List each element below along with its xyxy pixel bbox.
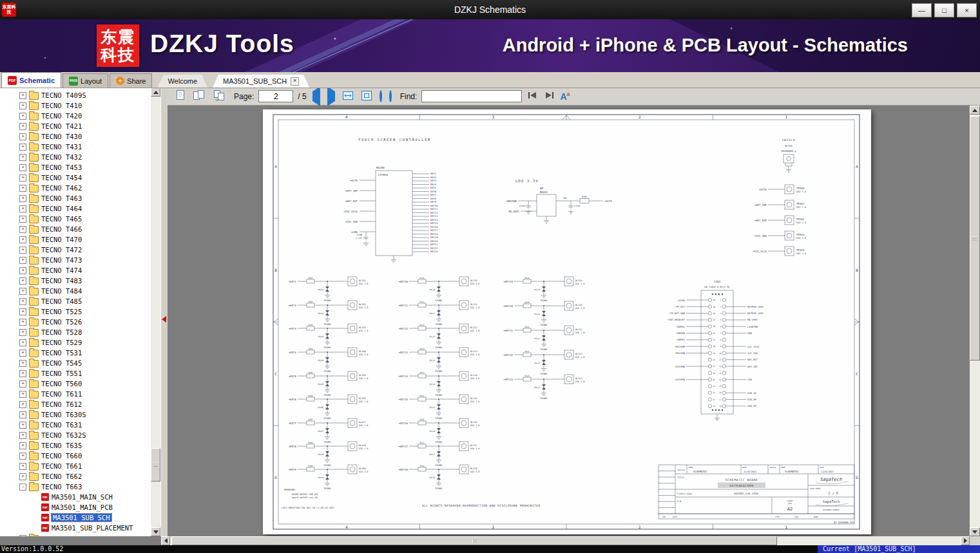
expand-icon[interactable]: + (19, 247, 26, 254)
tree-item-document[interactable]: PDFMA3501_SUB_SCH (0, 512, 161, 523)
match-case-icon[interactable]: Aa (560, 91, 570, 102)
expand-icon[interactable]: + (19, 164, 26, 171)
expand-icon[interactable]: + (19, 174, 26, 182)
tree-item-folder[interactable]: +TECNO T453 (0, 162, 161, 173)
tree-item-folder[interactable]: +TECNO T630S (0, 409, 161, 420)
close-button[interactable]: × (957, 3, 977, 17)
expand-icon[interactable]: + (19, 195, 26, 202)
tree-item-folder[interactable]: +TECNO T531 (0, 348, 161, 358)
panel-splitter[interactable] (161, 88, 168, 536)
tree-item-folder[interactable]: +TECNO T473 (0, 255, 161, 265)
expand-icon[interactable]: + (19, 463, 26, 470)
next-page-button[interactable] (327, 91, 335, 101)
page-layout-facing-button[interactable] (193, 89, 206, 103)
expand-icon[interactable]: + (19, 102, 26, 109)
page-layout-continuous-button[interactable] (213, 89, 226, 103)
expand-icon[interactable]: + (19, 401, 26, 408)
zoom-out-button[interactable] (380, 91, 382, 101)
tree-item-folder[interactable]: +TECNO T529 (0, 337, 161, 348)
expand-icon[interactable]: + (19, 267, 26, 274)
doc-scroll-left-button[interactable] (161, 536, 170, 545)
page-number-input[interactable] (258, 90, 293, 102)
tree-item-folder[interactable]: +TECNO T410 (0, 100, 161, 111)
tree-item-folder[interactable]: +TECNO T661 (0, 461, 161, 471)
expand-icon[interactable]: + (19, 473, 26, 480)
tab-welcome[interactable]: Welcome (157, 75, 207, 88)
expand-icon[interactable]: + (19, 133, 26, 140)
tree-item-folder[interactable]: +TECNO T526 (0, 317, 161, 327)
expand-icon[interactable]: + (19, 185, 26, 192)
maximize-button[interactable]: □ (934, 3, 954, 17)
tree-item-folder[interactable]: +TECNO T466 (0, 224, 161, 234)
expand-icon[interactable]: + (19, 123, 26, 130)
expand-icon[interactable]: + (19, 113, 26, 120)
tree-item-folder[interactable]: +TECNO T463 (0, 193, 161, 203)
expand-icon[interactable]: + (19, 288, 26, 295)
fit-width-button[interactable] (342, 90, 354, 103)
tree-item-folder[interactable]: +TECNO T432 (0, 152, 161, 162)
tree-scroll-down-button[interactable] (151, 527, 160, 536)
expand-icon[interactable]: + (19, 144, 26, 151)
expand-icon[interactable]: + (19, 308, 26, 315)
tree-item-folder[interactable]: +TECNO T528 (0, 327, 161, 337)
tree-item-folder[interactable]: +TECNO T483 (0, 276, 161, 286)
tree-item-folder[interactable]: +TECNO T472 (0, 245, 161, 255)
expand-icon[interactable]: + (19, 370, 26, 377)
tab-share[interactable]: + Share (110, 73, 152, 88)
tree-item-folder[interactable]: +TECNO T611 (0, 389, 161, 399)
expand-icon[interactable]: + (19, 205, 26, 212)
tree-item-document[interactable]: PDFMA3501_SUB_PLACEMENT (0, 523, 161, 533)
tree-item-folder[interactable]: +TECNO T430 (0, 131, 161, 142)
find-input[interactable] (421, 90, 522, 102)
expand-icon[interactable]: + (19, 216, 26, 223)
expand-icon[interactable]: + (19, 329, 26, 336)
tree-item-folder[interactable]: +TECNO T631 (0, 420, 161, 430)
expand-icon[interactable]: + (19, 154, 26, 161)
tree-item-folder[interactable]: +TECNO T470 (0, 234, 161, 245)
tree-item-folder[interactable]: +TECNO T545 (0, 358, 161, 368)
tree-item-folder[interactable]: +TECNO T551 (0, 368, 161, 379)
expand-icon[interactable]: + (19, 298, 26, 305)
expand-icon[interactable]: + (19, 453, 26, 460)
expand-icon[interactable]: + (19, 226, 26, 233)
expand-icon[interactable]: + (19, 350, 26, 357)
tree-item-folder[interactable]: +TECNO T454 (0, 173, 161, 183)
expand-icon[interactable]: + (19, 319, 26, 326)
tree-item-folder[interactable]: +TECNO T409S (0, 90, 161, 100)
tree-item-folder[interactable]: +TECNO T420 (0, 111, 161, 121)
zoom-in-button[interactable] (389, 91, 392, 101)
tree-item-folder[interactable]: +TECNO T612 (0, 399, 161, 409)
expand-icon[interactable]: + (19, 391, 26, 398)
expand-icon[interactable]: + (19, 535, 26, 537)
tree-item-folder[interactable]: +TECNO T474 (0, 265, 161, 276)
expand-icon[interactable]: + (19, 236, 26, 243)
tree-item-folder[interactable]: +TECNO T464 (0, 203, 161, 214)
document-viewport[interactable]: 44332211AABBCCDDTOUCH SCREEN CONTROLLERM… (168, 106, 970, 536)
tree-item-folder[interactable]: +TECNO T431 (0, 142, 161, 152)
expand-icon[interactable]: + (19, 442, 26, 449)
tree-scroll-up-button[interactable] (151, 88, 160, 97)
tree-item-folder[interactable]: +TECNO T632S (0, 430, 161, 440)
tree-item-folder[interactable]: +TECNO T421 (0, 121, 161, 131)
page-layout-single-button[interactable] (175, 89, 186, 103)
expand-icon[interactable]: + (19, 422, 26, 429)
tree-item-folder[interactable]: +TECNO T660 (0, 451, 161, 461)
tree-item-folder[interactable]: +TECNO T560 (0, 379, 161, 389)
document-horizontal-scrollbar[interactable] (161, 536, 970, 545)
tree-scrollbar[interactable] (151, 88, 160, 536)
tree-item-folder[interactable]: +TECNO T462 (0, 183, 161, 193)
tree-item-document[interactable]: PDFMA3501_MAIN_SCH (0, 492, 161, 502)
tree-scroll-thumb[interactable] (151, 448, 160, 482)
expand-icon[interactable]: + (19, 257, 26, 264)
tree-item-folder[interactable]: -TECNO T663 (0, 482, 161, 492)
close-tab-icon[interactable]: × (291, 77, 299, 86)
collapse-icon[interactable]: - (19, 483, 26, 491)
find-previous-button[interactable] (528, 91, 537, 101)
tab-layout[interactable]: PADS Layout (62, 73, 108, 88)
expand-icon[interactable]: + (19, 92, 26, 99)
tree-item-folder[interactable]: +TECNO T465 (0, 214, 161, 224)
expand-icon[interactable]: + (19, 277, 26, 285)
previous-page-button[interactable] (312, 91, 320, 101)
doc-scroll-up-button[interactable] (970, 106, 980, 115)
tree-item-folder[interactable]: + (0, 533, 161, 536)
